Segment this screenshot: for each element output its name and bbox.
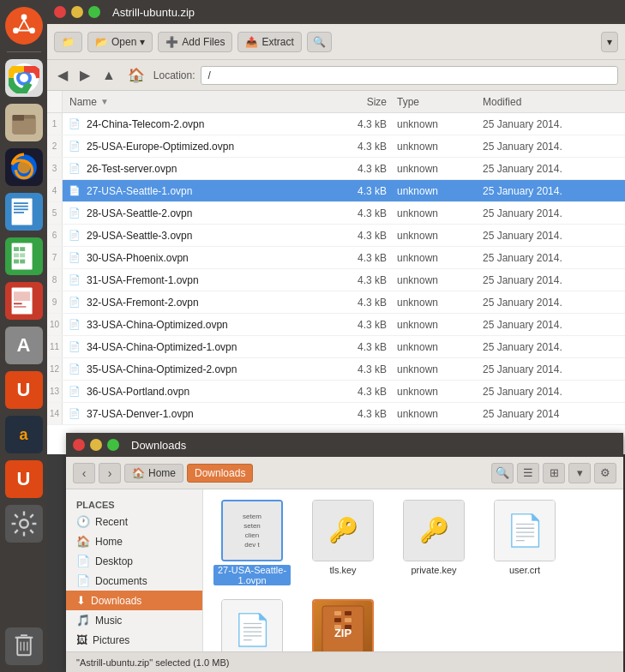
downloads-files-area: setemsetencliendev t 27-USA-Seattle-1.ov… xyxy=(203,489,623,651)
files-toolbar: 📁 📂 Open ▾ ➕ Add Files 📤 Extract 🔍 ▾ xyxy=(47,24,625,60)
svg-rect-22 xyxy=(20,253,25,257)
extract-btn[interactable]: 📤 Extract xyxy=(237,32,301,52)
row-number: 3 xyxy=(47,158,63,179)
downloads-settings-btn[interactable]: ⚙ xyxy=(594,463,616,483)
row-number: 5 xyxy=(47,202,63,224)
files-min-btn[interactable] xyxy=(71,6,83,18)
downloads-statusbar: "Astrill-ubuntu.zip" selected (1.0 MB) xyxy=(66,651,623,672)
place-item-desktop[interactable]: 📄 Desktop xyxy=(66,551,202,571)
table-row[interactable]: 12 📄 35-USA-China-Optimized-2.ovpn 4.3 k… xyxy=(47,358,625,381)
downloads-min-btn[interactable] xyxy=(90,439,102,451)
downloads-forward-btn[interactable]: › xyxy=(99,463,121,483)
svg-rect-14 xyxy=(14,202,28,204)
col-name-header[interactable]: Name xyxy=(69,96,97,108)
files-max-btn[interactable] xyxy=(88,6,100,18)
forward-btn[interactable]: ▶ xyxy=(76,65,93,85)
ubuntu-software-icon[interactable]: U xyxy=(5,460,43,498)
file-modified: 25 January 2014 xyxy=(483,408,625,420)
table-row[interactable]: 3 📄 26-Test-server.ovpn 4.3 kB unknown 2… xyxy=(47,158,625,180)
file-type-icon: 📄 xyxy=(66,141,83,152)
files-window: Astrill-ubuntu.zip 📁 📂 Open ▾ ➕ Add File… xyxy=(47,0,625,454)
ubuntu-one-icon[interactable]: U xyxy=(5,371,43,409)
row-number: 10 xyxy=(47,314,63,335)
files-close-btn[interactable] xyxy=(54,6,66,18)
location-bar[interactable]: / xyxy=(201,66,618,85)
file-thumb-private[interactable]: 🔑 private.key xyxy=(395,500,472,585)
file-size: 4.3 kB xyxy=(328,252,397,264)
table-row[interactable]: 4 📄 27-USA-Seattle-1.ovpn 4.3 kB unknown… xyxy=(47,180,625,202)
file-modified: 25 January 2014. xyxy=(483,341,625,353)
file-name: 24-China-Telecom-2.ovpn xyxy=(87,118,204,130)
svg-rect-28 xyxy=(14,306,26,308)
search-btn[interactable]: 🔍 xyxy=(307,32,332,52)
svg-point-29 xyxy=(20,519,28,528)
place-item-home[interactable]: 🏠 Home xyxy=(66,531,202,551)
table-row[interactable]: 8 📄 31-USA-Fremont-1.ovpn 4.3 kB unknown… xyxy=(47,269,625,291)
add-files-btn[interactable]: ➕ Add Files xyxy=(158,32,232,52)
home-breadcrumb[interactable]: 🏠 Home xyxy=(124,464,183,483)
table-row[interactable]: 1 📄 24-China-Telecom-2.ovpn 4.3 kB unkno… xyxy=(47,113,625,135)
downloads-breadcrumb[interactable]: Downloads xyxy=(187,464,253,483)
chrome-icon[interactable] xyxy=(5,59,43,97)
new-folder-btn[interactable]: 📁 xyxy=(54,32,82,52)
svg-rect-43 xyxy=(345,618,352,622)
downloads-back-btn[interactable]: ‹ xyxy=(73,463,95,483)
place-item-pictures[interactable]: 🖼 Pictures xyxy=(66,630,202,650)
svg-rect-15 xyxy=(14,206,28,207)
ubuntu-icon[interactable] xyxy=(5,7,43,45)
tls-file-icon: 🔑 xyxy=(312,500,374,561)
menu-btn[interactable]: ▾ xyxy=(601,32,618,52)
table-row[interactable]: 13 📄 36-USA-Portland.ovpn 4.3 kB unknown… xyxy=(47,381,625,403)
downloads-sidebar: Places 🕐 Recent 🏠 Home 📄 Desktop 📄 Docum… xyxy=(66,489,203,651)
file-thumb-ca-crt[interactable]: 📄 ca.crt xyxy=(213,599,291,651)
col-type-header[interactable]: Type xyxy=(397,96,483,108)
downloads-window: Downloads ‹ › 🏠 Home Downloads 🔍 ☰ ⊞ ▾ ⚙… xyxy=(66,433,623,672)
col-size-header[interactable]: Size xyxy=(328,96,397,108)
file-thumb-user-crt[interactable]: 📄 user.crt xyxy=(486,500,563,585)
table-row[interactable]: 6 📄 29-USA-Seattle-3.ovpn 4.3 kB unknown… xyxy=(47,225,625,247)
place-icon: 🕐 xyxy=(76,515,90,528)
file-name-cell: 📄 33-USA-China-Optimized.ovpn xyxy=(63,319,328,331)
downloads-max-btn[interactable] xyxy=(107,439,119,451)
row-number: 4 xyxy=(47,180,63,201)
libreoffice-calc-icon[interactable] xyxy=(5,237,43,275)
files-manager-icon[interactable] xyxy=(5,104,43,141)
downloads-search-btn[interactable]: 🔍 xyxy=(491,463,514,483)
place-item-downloads[interactable]: ⬇ Downloads xyxy=(66,591,202,610)
file-type-icon: 📄 xyxy=(66,185,83,196)
downloads-close-btn[interactable] xyxy=(73,439,85,451)
downloads-list-btn[interactable]: ☰ xyxy=(517,463,539,483)
open-btn[interactable]: 📂 Open ▾ xyxy=(87,32,153,52)
table-row[interactable]: 11 📄 34-USA-China-Optimized-1.ovpn 4.3 k… xyxy=(47,336,625,358)
libreoffice-impress-icon[interactable] xyxy=(5,282,43,320)
place-icon: 🎵 xyxy=(76,614,90,627)
home-nav-btn[interactable]: 🏠 xyxy=(124,65,148,85)
trash-icon[interactable] xyxy=(5,627,43,665)
row-number: 12 xyxy=(47,358,63,380)
settings-icon[interactable] xyxy=(5,505,43,543)
up-btn[interactable]: ▲ xyxy=(99,66,119,85)
downloads-sort-btn[interactable]: ▾ xyxy=(568,463,591,483)
table-row[interactable]: 10 📄 33-USA-China-Optimized.ovpn 4.3 kB … xyxy=(47,314,625,336)
place-item-documents[interactable]: 📄 Documents xyxy=(66,571,202,591)
place-item-music[interactable]: 🎵 Music xyxy=(66,610,202,630)
downloads-titlebar: Downloads xyxy=(66,433,623,457)
table-row[interactable]: 7 📄 30-USA-Phoenix.ovpn 4.3 kB unknown 2… xyxy=(47,247,625,269)
table-row[interactable]: 2 📄 25-USA-Europe-Optimized.ovpn 4.3 kB … xyxy=(47,135,625,158)
table-row[interactable]: 9 📄 32-USA-Fremont-2.ovpn 4.3 kB unknown… xyxy=(47,291,625,314)
firefox-icon[interactable] xyxy=(5,148,43,186)
file-name: 27-USA-Seattle-1.ovpn xyxy=(87,185,192,197)
file-thumb-ovpn[interactable]: setemsetencliendev t 27-USA-Seattle-1.ov… xyxy=(213,500,291,585)
col-modified-header[interactable]: Modified xyxy=(483,96,625,108)
table-row[interactable]: 5 📄 28-USA-Seattle-2.ovpn 4.3 kB unknown… xyxy=(47,202,625,225)
place-item-recent[interactable]: 🕐 Recent xyxy=(66,512,202,531)
amazon-icon[interactable]: a xyxy=(5,416,43,453)
back-btn[interactable]: ◀ xyxy=(54,65,71,85)
table-row[interactable]: 14 📄 37-USA-Denver-1.ovpn 4.3 kB unknown… xyxy=(47,403,625,425)
svg-rect-26 xyxy=(14,291,30,301)
font-icon[interactable]: A xyxy=(5,327,43,364)
file-thumb-zip[interactable]: ZIP Astrill-ubuntu.zip xyxy=(304,599,382,651)
file-thumb-tls[interactable]: 🔑 tls.key xyxy=(304,500,382,585)
downloads-grid-btn[interactable]: ⊞ xyxy=(543,463,565,483)
libreoffice-writer-icon[interactable] xyxy=(5,193,43,231)
